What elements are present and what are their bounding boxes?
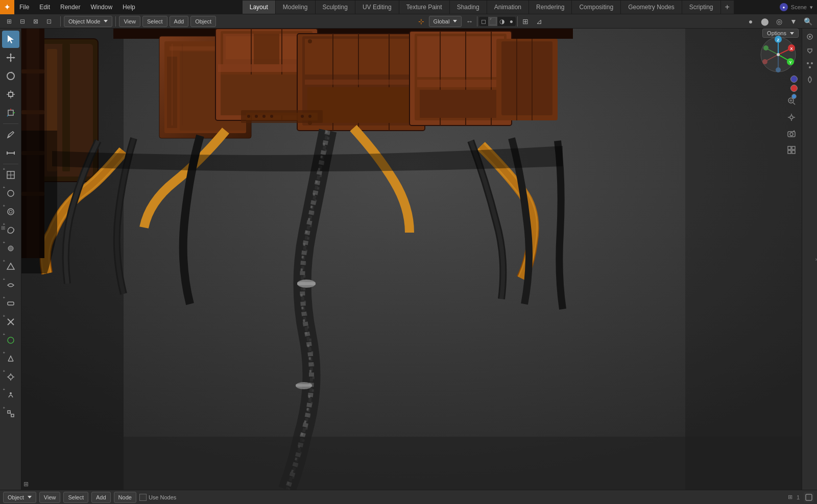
tab-sculpting[interactable]: Sculpting xyxy=(316,1,355,14)
rendered-mode-btn[interactable]: ● xyxy=(507,17,516,26)
scene-properties-btn[interactable] xyxy=(804,492,814,502)
svg-point-7 xyxy=(7,72,14,80)
scale-tool-btn[interactable] xyxy=(2,86,19,103)
plus-badge-10: + xyxy=(3,333,6,337)
proportional-edit[interactable]: ⊿ xyxy=(533,16,545,27)
properties-particle-btn[interactable] xyxy=(804,59,816,71)
select-menu[interactable]: Select xyxy=(142,16,167,27)
svg-point-142 xyxy=(809,36,811,38)
pan-nav-icon[interactable] xyxy=(785,111,798,123)
layout-icon-1[interactable]: ⊞ xyxy=(3,16,15,27)
tab-texture-paint[interactable]: Texture Paint xyxy=(399,1,450,14)
add-tool-14[interactable]: + xyxy=(2,405,19,422)
move-tool-btn[interactable] xyxy=(2,49,19,66)
gizmo-color-blue xyxy=(790,75,798,83)
xray-icon[interactable]: ◎ xyxy=(773,16,785,27)
viewport-navigation-gizmo[interactable]: X Y Z xyxy=(759,36,798,74)
tab-modeling[interactable]: Modeling xyxy=(276,1,316,14)
scene-label: Scene xyxy=(791,4,807,10)
plus-badge-3: + xyxy=(3,204,6,208)
bottom-node-menu[interactable]: Node xyxy=(114,492,136,503)
tab-layout[interactable]: Layout xyxy=(243,1,276,14)
add-menu[interactable]: Add xyxy=(170,16,189,27)
bottom-add-menu[interactable]: Add xyxy=(91,492,111,503)
svg-point-27 xyxy=(8,246,13,251)
menu-window[interactable]: Window xyxy=(85,0,117,14)
add-tool-12[interactable]: + xyxy=(2,368,19,386)
menu-file[interactable]: File xyxy=(14,0,34,14)
add-tool-7[interactable]: + xyxy=(2,276,19,294)
viewport-nav-icons xyxy=(785,95,798,156)
annotate-tool-btn[interactable] xyxy=(2,126,19,143)
menu-render[interactable]: Render xyxy=(55,0,85,14)
menu-edit[interactable]: Edit xyxy=(34,0,55,14)
rotate-tool-btn[interactable] xyxy=(2,67,19,85)
object-mode-dropdown[interactable]: Object Mode xyxy=(64,16,112,27)
select-tool-btn[interactable] xyxy=(2,31,19,48)
plus-badge-8: + xyxy=(3,296,6,300)
svg-rect-71 xyxy=(305,39,417,74)
properties-physics-btn[interactable] xyxy=(804,73,816,86)
add-tool-6[interactable]: + xyxy=(2,258,19,275)
tab-animation[interactable]: Animation xyxy=(487,1,529,14)
plus-badge-9: + xyxy=(3,314,6,318)
bottom-select-menu[interactable]: Select xyxy=(63,492,88,503)
add-tool-11[interactable]: + xyxy=(2,350,19,367)
tab-uv-editing[interactable]: UV Editing xyxy=(355,1,399,14)
snap-toggle[interactable]: ⊞ xyxy=(519,16,532,27)
svg-rect-101 xyxy=(21,110,44,114)
wireframe-mode-btn[interactable]: ◻ xyxy=(479,17,488,26)
svg-marker-5 xyxy=(6,57,8,59)
measure-tool-btn[interactable] xyxy=(2,144,19,162)
view-menu[interactable]: View xyxy=(119,16,140,27)
layout-icon-4[interactable]: ⊡ xyxy=(43,16,55,27)
bottom-view-menu[interactable]: View xyxy=(39,492,61,503)
transform-space[interactable]: Global xyxy=(429,16,462,27)
viewport-shading-icon[interactable]: ● xyxy=(744,16,757,27)
grid-nav-icon[interactable] xyxy=(785,144,798,156)
svg-point-24 xyxy=(8,190,14,196)
add-tool-8[interactable]: + xyxy=(2,295,19,312)
separator-2 xyxy=(115,16,116,27)
solid-mode-btn[interactable]: ⬛ xyxy=(488,17,497,26)
add-tool-9[interactable]: + xyxy=(2,313,19,331)
transform-tool-btn[interactable] xyxy=(2,104,19,121)
add-box-tool-btn[interactable]: + xyxy=(2,166,19,184)
viewport-search-icon[interactable]: 🔍 xyxy=(802,16,814,27)
add-tool-13[interactable]: + xyxy=(2,387,19,404)
scene-background xyxy=(21,29,802,490)
filter-icon[interactable]: ▼ xyxy=(787,16,800,27)
layout-icon-2[interactable]: ⊟ xyxy=(16,16,29,27)
pivot-icon[interactable]: ⊹ xyxy=(415,16,427,27)
tab-shading[interactable]: Shading xyxy=(450,1,487,14)
add-tool-5[interactable]: + xyxy=(2,240,19,257)
properties-modifier-btn[interactable] xyxy=(804,45,816,57)
transform-orientations[interactable]: ↔ xyxy=(463,16,475,27)
tab-compositing[interactable]: Compositing xyxy=(572,1,621,14)
object-menu[interactable]: Object xyxy=(190,16,216,27)
overlay-icon[interactable]: ⬤ xyxy=(759,16,771,27)
right-panel-collapse[interactable]: › xyxy=(815,257,817,262)
camera-nav-icon[interactable] xyxy=(785,128,798,140)
svg-rect-88 xyxy=(420,90,504,118)
bottom-status-bar: Object View Select Add Node Use Nodes ⊞ … xyxy=(0,490,817,504)
bottom-object-mode[interactable]: Object xyxy=(3,492,36,503)
properties-object-btn[interactable] xyxy=(804,31,816,43)
svg-point-144 xyxy=(811,62,813,64)
engine-selector[interactable]: ▾ xyxy=(810,4,813,11)
zoom-nav-icon[interactable] xyxy=(785,95,798,107)
tab-geometry-nodes[interactable]: Geometry Nodes xyxy=(621,1,682,14)
add-tool-10[interactable]: + xyxy=(2,332,19,349)
tab-scripting[interactable]: Scripting xyxy=(682,1,721,14)
add-sphere-tool-btn[interactable]: + xyxy=(2,185,19,202)
bottom-frame-info: 1 xyxy=(797,494,800,500)
material-mode-btn[interactable]: ◑ xyxy=(497,17,507,26)
tab-rendering[interactable]: Rendering xyxy=(529,1,572,14)
use-nodes-toggle[interactable]: Use Nodes xyxy=(139,494,176,501)
use-nodes-checkbox[interactable] xyxy=(139,494,147,501)
add-workspace-tab[interactable]: + xyxy=(721,1,734,14)
add-circle-tool-btn[interactable]: + xyxy=(2,203,19,220)
layout-icon-3[interactable]: ⊠ xyxy=(30,16,42,27)
main-3d-viewport[interactable] xyxy=(21,29,802,490)
menu-help[interactable]: Help xyxy=(117,0,140,14)
